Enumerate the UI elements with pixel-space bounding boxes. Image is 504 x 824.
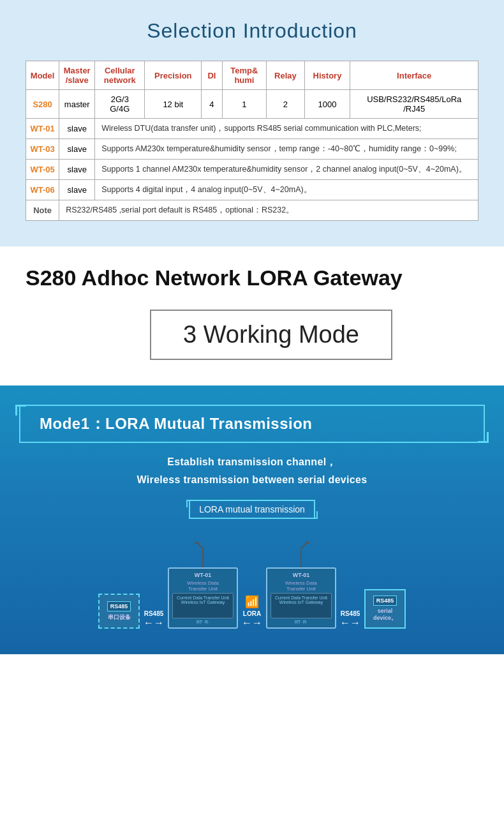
table-row: WT-03 slave Supports AM230x temperature&… bbox=[26, 139, 478, 160]
lora-text: LORA bbox=[243, 610, 261, 617]
rs485-text-left: RS485 bbox=[144, 610, 164, 617]
table-header-row: Model Master/slave Cellularnetwork Preci… bbox=[26, 61, 478, 90]
interface-s280: USB/RS232/RS485/LoRa/RJ45 bbox=[350, 90, 478, 119]
wt01-right-sub2: Transfer Unit bbox=[286, 586, 316, 592]
wt01-left-sub2: Transfer Unit bbox=[188, 586, 218, 592]
desc-wt05: Supports 1 channel AM230x temperature&hu… bbox=[95, 160, 478, 180]
rs485-badge-label: RS485 bbox=[107, 601, 131, 611]
transmission-label-wrapper: LORA mutual transmission bbox=[19, 491, 485, 528]
precision-s280: 12 bit bbox=[145, 90, 202, 119]
rs485-badge-label-right: RS485 bbox=[373, 596, 397, 606]
rs485-text-right: RS485 bbox=[341, 610, 360, 617]
wt01-right-unit: WT-01 Wireless Data Transfer Unit Curren… bbox=[266, 567, 336, 629]
table-row: S280 master 2G/3G/4G 12 bit 4 1 2 1000 U… bbox=[26, 90, 478, 119]
di-s280: 4 bbox=[202, 90, 222, 119]
slave-wt01: slave bbox=[59, 119, 95, 139]
bottom-section: Mode1：LORA Mutual Transmission Establish… bbox=[0, 386, 504, 654]
mode1-desc1: Establish transmission channel， bbox=[19, 456, 485, 469]
table-row-note: Note RS232/RS485 ,serial port default is… bbox=[26, 200, 478, 221]
wifi-icon-left: 📶 bbox=[245, 595, 259, 609]
antenna-right bbox=[292, 542, 311, 567]
slave-wt03: slave bbox=[59, 139, 95, 160]
right-arrow-rs485: RS485 ← → bbox=[340, 610, 360, 629]
middle-arrow-lora: 📶 LORA ← → bbox=[242, 595, 262, 629]
table-row: WT-05 slave Supports 1 channel AM230x te… bbox=[26, 160, 478, 180]
arrow-right-1: → bbox=[154, 617, 164, 629]
col-cellular: Cellularnetwork bbox=[95, 61, 145, 90]
middle-section: S280 Adhoc Network LORA Gateway 3 Workin… bbox=[0, 246, 504, 386]
arrow-left-1: ← bbox=[144, 617, 154, 629]
col-di: DI bbox=[202, 61, 222, 90]
right-device-label: serialdevice。 bbox=[373, 608, 397, 622]
wt01-right-sub: Wireless Data bbox=[285, 580, 317, 586]
model-wt05: WT-05 bbox=[26, 160, 59, 180]
desc-wt06: Supports 4 digital input，4 analog input(… bbox=[95, 180, 478, 200]
middle-arrows: ← → bbox=[242, 617, 262, 629]
col-temp-humi: Temp&humi bbox=[222, 61, 267, 90]
wt01-right-container: WT-01 Wireless Data Transfer Unit Curren… bbox=[266, 542, 336, 629]
master-slave-s280: master bbox=[59, 90, 95, 119]
wt01-right-body-text: Current Data Transfer UnitWireless IoT G… bbox=[273, 596, 329, 604]
history-s280: 1000 bbox=[304, 90, 350, 119]
wt01-right-title: WT-01 bbox=[293, 572, 310, 578]
wt01-left-unit: WT-01 Wireless Data Transfer Unit Curren… bbox=[168, 567, 238, 629]
col-master-slave: Master/slave bbox=[59, 61, 95, 90]
mode1-label: Mode1：LORA Mutual Transmission bbox=[19, 405, 485, 443]
col-model: Model bbox=[26, 61, 59, 90]
wt01-left-sub: Wireless Data bbox=[187, 580, 219, 586]
wt01-left-title: WT-01 bbox=[195, 572, 212, 578]
table-row: WT-06 slave Supports 4 digital input，4 a… bbox=[26, 180, 478, 200]
temp-humi-s280: 1 bbox=[222, 90, 267, 119]
transmission-label: LORA mutual transmission bbox=[189, 500, 315, 519]
wt01-left-bottom-text: RT· R· bbox=[196, 620, 209, 624]
model-wt01: WT-01 bbox=[26, 119, 59, 139]
left-rs485-device: RS485 串口设备 bbox=[98, 594, 140, 629]
mode1-desc2: Wireless transmission between serial dev… bbox=[19, 474, 485, 486]
mode1-banner: Mode1：LORA Mutual Transmission bbox=[19, 405, 485, 443]
col-history: History bbox=[304, 61, 350, 90]
arrow-right-3: → bbox=[350, 617, 360, 629]
wt01-left-body: Current Data Transfer UnitWireless IoT G… bbox=[172, 593, 233, 618]
relay-s280: 2 bbox=[267, 90, 304, 119]
wt01-left-container: WT-01 Wireless Data Transfer Unit Curren… bbox=[168, 542, 238, 629]
col-interface: Interface bbox=[350, 61, 478, 90]
desc-wt01: Wireless DTU(data transfer unit)，support… bbox=[95, 119, 478, 139]
model-wt06: WT-06 bbox=[26, 180, 59, 200]
col-relay: Relay bbox=[267, 61, 304, 90]
gateway-title: S280 Adhoc Network LORA Gateway bbox=[26, 266, 478, 290]
wt01-right-bottom-text: RT· R· bbox=[295, 620, 308, 624]
right-rs485-device: RS485 serialdevice。 bbox=[364, 589, 406, 629]
note-text: RS232/RS485 ,serial port default is RS48… bbox=[59, 200, 478, 221]
table-row: WT-01 slave Wireless DTU(data transfer u… bbox=[26, 119, 478, 139]
arrow-left-3: ← bbox=[340, 617, 350, 629]
left-arrows: ← → bbox=[144, 617, 164, 629]
top-section: Selection Introduction Model Master/slav… bbox=[0, 0, 504, 246]
slave-wt05: slave bbox=[59, 160, 95, 180]
desc-wt03: Supports AM230x temperature&humidity sen… bbox=[95, 139, 478, 160]
cellular-s280: 2G/3G/4G bbox=[95, 90, 145, 119]
left-device-label: 串口设备 bbox=[108, 613, 131, 622]
note-label: Note bbox=[26, 200, 59, 221]
diagram: RS485 串口设备 RS485 ← → WT-01 Wireless Data… bbox=[19, 542, 485, 629]
model-wt03: WT-03 bbox=[26, 139, 59, 160]
wt01-right-body: Current Data Transfer UnitWireless IoT G… bbox=[271, 593, 332, 618]
page-title: Selection Introduction bbox=[26, 19, 478, 43]
arrow-right-2: → bbox=[252, 617, 262, 629]
wt01-left-body-text: Current Data Transfer UnitWireless IoT G… bbox=[175, 596, 231, 604]
working-mode-box: 3 Working Mode bbox=[150, 310, 392, 360]
model-s280: S280 bbox=[26, 90, 59, 119]
left-arrow-rs485: RS485 ← → bbox=[144, 610, 164, 629]
antenna-left bbox=[193, 542, 212, 567]
selection-table: Model Master/slave Cellularnetwork Preci… bbox=[26, 61, 478, 221]
col-precision: Precision bbox=[145, 61, 202, 90]
right-arrows: ← → bbox=[340, 617, 360, 629]
slave-wt06: slave bbox=[59, 180, 95, 200]
arrow-left-2: ← bbox=[242, 617, 252, 629]
